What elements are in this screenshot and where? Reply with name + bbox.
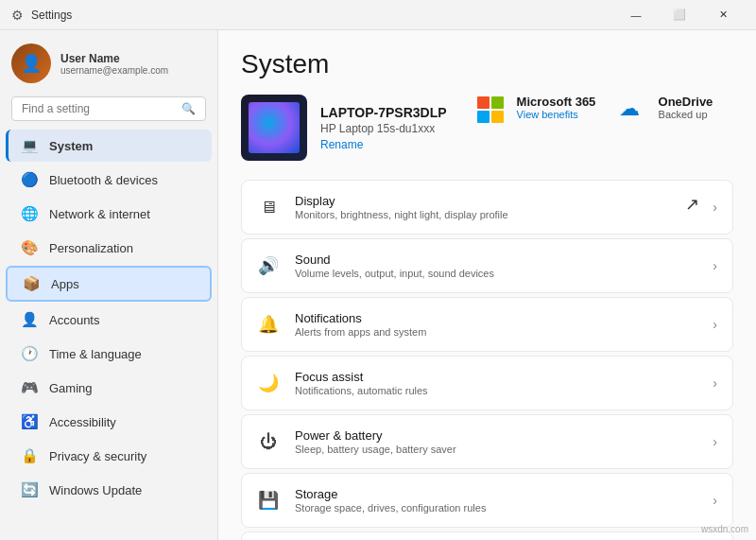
focus-title: Focus assist bbox=[295, 370, 697, 384]
sidebar-item-time[interactable]: 🕐 Time & language bbox=[6, 338, 212, 370]
chevron-right-icon: › bbox=[713, 317, 717, 332]
storage-title: Storage bbox=[295, 487, 697, 501]
sound-icon: 🔊 bbox=[257, 254, 280, 277]
onedrive-name: OneDrive bbox=[659, 95, 713, 109]
titlebar-controls: — ⬜ ✕ bbox=[614, 0, 745, 30]
network-icon: 🌐 bbox=[21, 205, 38, 222]
sidebar-item-label: Network & internet bbox=[49, 207, 200, 221]
app-container: 👤 User Name username@example.com 🔍 💻 Sys… bbox=[0, 30, 756, 540]
storage-icon: 💾 bbox=[257, 489, 280, 512]
avatar: 👤 bbox=[11, 44, 51, 83]
sidebar-item-personalization[interactable]: 🎨 Personalization bbox=[6, 232, 212, 264]
onedrive-status: Backed up bbox=[659, 109, 713, 120]
search-icon: 🔍 bbox=[181, 102, 196, 115]
power-desc: Sleep, battery usage, battery saver bbox=[295, 444, 697, 455]
user-email: username@example.com bbox=[60, 65, 168, 76]
settings-item-sound[interactable]: 🔊 Sound Volume levels, output, input, so… bbox=[241, 238, 733, 293]
settings-item-nearby[interactable]: ↗ Nearby sharing Discoverability, receiv… bbox=[241, 531, 733, 540]
bluetooth-icon: 🔵 bbox=[21, 171, 38, 188]
sidebar-item-gaming[interactable]: 🎮 Gaming bbox=[6, 372, 212, 404]
chevron-right-icon: › bbox=[713, 434, 717, 449]
sidebar: 👤 User Name username@example.com 🔍 💻 Sys… bbox=[0, 30, 217, 540]
sidebar-item-bluetooth[interactable]: 🔵 Bluetooth & devices bbox=[6, 164, 212, 196]
sidebar-item-label: Time & language bbox=[49, 347, 200, 361]
settings-item-text: Display Monitors, brightness, night ligh… bbox=[295, 194, 697, 220]
notifications-icon: 🔔 bbox=[257, 313, 280, 336]
chevron-right-icon: › bbox=[713, 375, 717, 391]
ms365-status[interactable]: View benefits bbox=[517, 109, 596, 120]
ms365-name: Microsoft 365 bbox=[517, 95, 596, 109]
search-input[interactable] bbox=[22, 102, 174, 115]
personalization-icon: 🎨 bbox=[21, 239, 38, 256]
ms365-info: Microsoft 365 View benefits bbox=[517, 95, 596, 120]
chevron-right-icon: › bbox=[713, 493, 717, 508]
sidebar-item-network[interactable]: 🌐 Network & internet bbox=[6, 198, 212, 230]
accessibility-icon: ♿ bbox=[21, 413, 38, 430]
sidebar-item-label: Gaming bbox=[49, 381, 200, 395]
sidebar-item-apps[interactable]: 📦 Apps ← bbox=[6, 266, 212, 302]
user-name: User Name bbox=[60, 52, 168, 65]
sidebar-item-label: Windows Update bbox=[49, 483, 200, 497]
settings-item-notifications[interactable]: 🔔 Notifications Alerts from apps and sys… bbox=[241, 297, 733, 352]
chevron-right-icon: › bbox=[713, 258, 717, 273]
apps-icon: 📦 bbox=[23, 275, 40, 292]
system-icon: 💻 bbox=[21, 137, 38, 154]
device-model: HP Laptop 15s-du1xxx bbox=[320, 122, 447, 135]
power-icon: ⏻ bbox=[257, 430, 280, 453]
onedrive-icon: ☁ bbox=[619, 96, 649, 127]
settings-item-power[interactable]: ⏻ Power & battery Sleep, battery usage, … bbox=[241, 414, 733, 469]
settings-item-focus[interactable]: 🌙 Focus assist Notifications, automatic … bbox=[241, 356, 733, 410]
onedrive-info: OneDrive Backed up bbox=[659, 95, 713, 120]
service-cards: Microsoft 365 View benefits ☁ OneDrive B… bbox=[477, 95, 756, 146]
sidebar-item-label: Privacy & security bbox=[49, 449, 200, 463]
device-image bbox=[241, 95, 307, 161]
settings-item-display[interactable]: 🖥 Display Monitors, brightness, night li… bbox=[241, 180, 733, 235]
sidebar-item-label: Accounts bbox=[49, 313, 200, 327]
sound-title: Sound bbox=[295, 253, 697, 267]
watermark: wsxdn.com bbox=[701, 524, 748, 534]
display-desc: Monitors, brightness, night light, displ… bbox=[295, 209, 697, 220]
sidebar-item-label: Bluetooth & devices bbox=[49, 173, 200, 187]
focus-icon: 🌙 bbox=[257, 372, 280, 394]
settings-item-storage[interactable]: 💾 Storage Storage space, drives, configu… bbox=[241, 473, 733, 528]
maximize-button[interactable]: ⬜ bbox=[658, 0, 701, 30]
search-bar[interactable]: 🔍 bbox=[11, 96, 206, 121]
notifications-title: Notifications bbox=[295, 311, 697, 325]
accounts-icon: 👤 bbox=[21, 311, 38, 328]
sidebar-item-privacy[interactable]: 🔒 Privacy & security bbox=[6, 440, 212, 472]
ms365-icon bbox=[477, 96, 507, 127]
display-title: Display bbox=[295, 194, 697, 208]
settings-item-text: Focus assist Notifications, automatic ru… bbox=[295, 370, 697, 396]
page-title: System bbox=[241, 49, 733, 79]
sidebar-item-system[interactable]: 💻 System bbox=[6, 130, 212, 162]
sound-desc: Volume levels, output, input, sound devi… bbox=[295, 268, 697, 279]
sidebar-item-accessibility[interactable]: ♿ Accessibility bbox=[6, 406, 212, 438]
titlebar: ⚙ Settings — ⬜ ✕ bbox=[0, 0, 756, 30]
settings-titlebar-icon: ⚙ bbox=[11, 8, 24, 23]
sidebar-item-label: Accessibility bbox=[49, 415, 200, 429]
rename-link[interactable]: Rename bbox=[320, 138, 447, 151]
sidebar-item-accounts[interactable]: 👤 Accounts bbox=[6, 304, 212, 336]
display-icon: 🖥 bbox=[257, 196, 280, 218]
chevron-right-icon: › bbox=[713, 200, 717, 215]
storage-desc: Storage space, drives, configuration rul… bbox=[295, 502, 697, 514]
settings-list: 🖥 Display Monitors, brightness, night li… bbox=[241, 180, 733, 540]
sidebar-item-label: Personalization bbox=[49, 241, 200, 255]
service-card-onedrive: ☁ OneDrive Backed up bbox=[619, 95, 742, 146]
minimize-button[interactable]: — bbox=[614, 0, 658, 30]
main-content: System LAPTOP-7PSR3DLP HP Laptop 15s-du1… bbox=[217, 30, 756, 540]
device-card: LAPTOP-7PSR3DLP HP Laptop 15s-du1xxx Ren… bbox=[241, 95, 447, 161]
privacy-icon: 🔒 bbox=[21, 447, 38, 464]
sidebar-item-windows-update[interactable]: 🔄 Windows Update bbox=[6, 474, 212, 506]
device-name: LAPTOP-7PSR3DLP bbox=[320, 105, 447, 120]
close-button[interactable]: ✕ bbox=[701, 0, 745, 30]
settings-item-text: Notifications Alerts from apps and syste… bbox=[295, 311, 697, 338]
notifications-desc: Alerts from apps and system bbox=[295, 326, 697, 338]
settings-item-text: Power & battery Sleep, battery usage, ba… bbox=[295, 428, 697, 455]
device-info: LAPTOP-7PSR3DLP HP Laptop 15s-du1xxx Ren… bbox=[320, 105, 447, 151]
top-cards: LAPTOP-7PSR3DLP HP Laptop 15s-du1xxx Ren… bbox=[241, 95, 733, 161]
user-profile: 👤 User Name username@example.com bbox=[0, 30, 217, 93]
sidebar-item-label: System bbox=[49, 139, 200, 153]
service-card-ms365: Microsoft 365 View benefits bbox=[477, 95, 600, 146]
gaming-icon: 🎮 bbox=[21, 379, 38, 396]
